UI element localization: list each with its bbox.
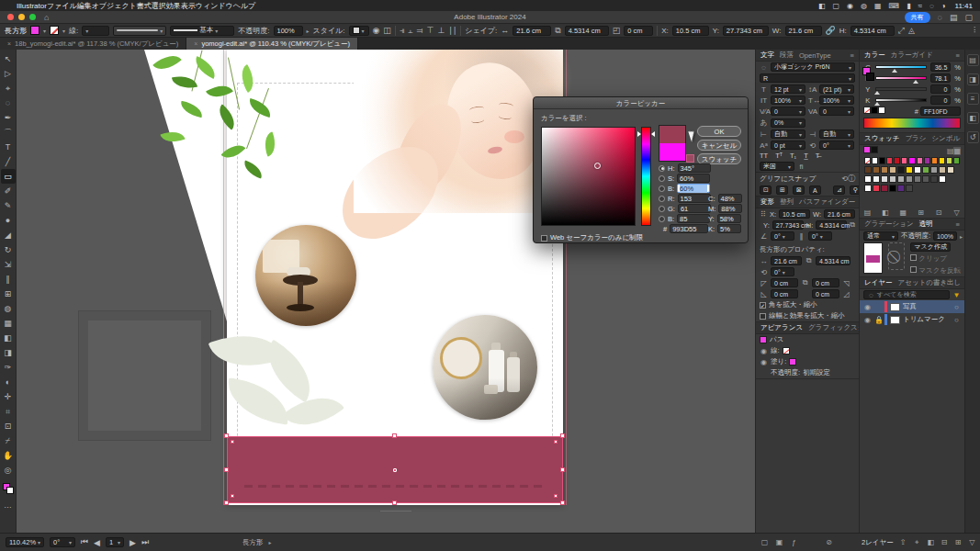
appearance-opacity-value[interactable]: 初期設定: [803, 368, 830, 377]
properties-panel-icon[interactable]: ◨: [967, 73, 979, 85]
status-flyout-icon[interactable]: ▸: [269, 539, 272, 545]
clear-appearance-icon[interactable]: ⊘: [825, 538, 833, 546]
swatch[interactable]: [930, 175, 938, 183]
shear-field[interactable]: 0°▾: [808, 231, 832, 241]
menu-item[interactable]: ヘルプ: [233, 2, 256, 10]
swatch[interactable]: [889, 175, 896, 183]
channel-value-field[interactable]: 0: [930, 84, 951, 94]
web-safe-checkbox[interactable]: [541, 235, 547, 242]
new-layer-icon[interactable]: ⊞: [954, 538, 963, 547]
rect-angle-field[interactable]: 0°▾: [771, 267, 794, 276]
swatch[interactable]: [873, 166, 880, 174]
share-button[interactable]: 共有: [905, 12, 930, 23]
channel-value-field[interactable]: 36.5: [930, 62, 951, 72]
invert-mask-checkbox[interactable]: [910, 266, 917, 273]
type-case-button[interactable]: T̲: [804, 152, 808, 160]
b-radio[interactable]: [659, 186, 665, 192]
blend-tool[interactable]: ◐: [1, 375, 16, 389]
tab-graphic-styles[interactable]: グラフィックスタイル: [808, 323, 859, 332]
r-radio[interactable]: [659, 196, 665, 202]
magic-wand-tool[interactable]: ⌖: [1, 81, 16, 96]
snap-xheight-icon[interactable]: ⊞: [776, 186, 788, 195]
dialog-title[interactable]: カラーピッカー: [534, 97, 748, 109]
rect-width-field[interactable]: 21.6 cm: [771, 256, 802, 265]
line-segment-tool[interactable]: ╱: [1, 154, 16, 169]
color-slider[interactable]: [875, 65, 927, 69]
transparency-opacity-field[interactable]: 100%: [933, 231, 957, 241]
pencil-tool[interactable]: ✎: [1, 198, 16, 213]
add-new-stroke-icon[interactable]: ▢: [760, 538, 769, 546]
swatch[interactable]: [889, 185, 896, 192]
new-swatch-icon[interactable]: ⊡: [935, 208, 943, 217]
swatch[interactable]: [939, 175, 946, 183]
corner-tl-field[interactable]: 0 cm: [771, 278, 798, 287]
fill-stroke-widget[interactable]: [3, 483, 14, 494]
recolor-artwork-icon[interactable]: ◉: [373, 26, 380, 35]
menu-item[interactable]: 選択: [152, 2, 166, 10]
rectangle-tool[interactable]: ▭: [1, 169, 16, 184]
baseline-shift-field[interactable]: 0 pt▾: [771, 141, 805, 150]
snap-angle-icon[interactable]: ⊿: [833, 186, 845, 195]
swatch[interactable]: [906, 185, 913, 192]
font-style-dropdown[interactable]: R▾: [760, 73, 855, 83]
first-artboard-icon[interactable]: ⏮: [81, 537, 88, 547]
app-dot-icon[interactable]: ◉: [847, 2, 853, 10]
layer-visibility-icon[interactable]: ◉: [863, 303, 872, 311]
swatch[interactable]: [947, 166, 954, 174]
ligature-icon[interactable]: ﬁ: [797, 163, 805, 171]
corner-radius-field[interactable]: 0 cm: [624, 26, 653, 36]
align-left-icon[interactable]: ⫣: [400, 26, 404, 36]
history-panel-icon[interactable]: ↺: [967, 131, 979, 143]
selection-handle[interactable]: [560, 467, 565, 472]
tab-character[interactable]: 文字: [760, 51, 774, 60]
width-profile-dropdown[interactable]: ▾: [113, 26, 166, 36]
char-rotation-field[interactable]: 0°▾: [819, 141, 854, 150]
swatch[interactable]: [914, 166, 921, 174]
snap-baseline-icon[interactable]: ⊡: [760, 186, 772, 195]
document-tab-inactive[interactable]: × 18b_yomogi-edit.ai* @ 117.38 % (CMYK/プ…: [0, 38, 186, 50]
swatch[interactable]: [930, 166, 938, 174]
mesh-tool[interactable]: ◧: [1, 331, 16, 345]
tracking-field[interactable]: 0▾: [819, 107, 854, 116]
keyboard-icon[interactable]: ⌨: [889, 2, 900, 10]
s-radio[interactable]: [659, 175, 665, 182]
panel-menu-icon[interactable]: ≡: [956, 220, 960, 229]
libraries-panel-icon[interactable]: ▤: [967, 54, 979, 66]
hand-tool[interactable]: ✋: [1, 448, 16, 463]
ok-button[interactable]: OK: [697, 126, 741, 137]
x-field[interactable]: 10.5 cm: [672, 26, 709, 36]
last-artboard-icon[interactable]: ⏭: [141, 537, 149, 547]
next-artboard-icon[interactable]: ▶: [130, 538, 136, 547]
fill-stroke-indicator[interactable]: [860, 62, 862, 106]
transform-icon[interactable]: ⤢: [898, 26, 905, 36]
rotation-dropdown[interactable]: 0°▾: [50, 537, 75, 547]
none-chip[interactable]: [863, 107, 871, 114]
curvature-tool[interactable]: ⌒: [1, 125, 16, 140]
clip-checkbox[interactable]: [910, 254, 917, 261]
font-size-field[interactable]: 12 pt▾: [771, 84, 805, 94]
scale-strokes-checkbox[interactable]: [760, 313, 766, 320]
panel-options-icon[interactable]: ⫶: [974, 26, 975, 36]
channel-value-field[interactable]: 78.1: [930, 73, 951, 83]
channel-value-field[interactable]: 0: [930, 96, 951, 105]
scale-corners-checkbox[interactable]: ✓: [760, 302, 766, 309]
selection-handle[interactable]: [392, 500, 397, 505]
slice-tool[interactable]: ⌿: [1, 433, 16, 448]
new-sublayer-icon[interactable]: ⊟: [941, 538, 949, 547]
swatch[interactable]: [931, 157, 938, 164]
aki-right-field[interactable]: 自動▾: [819, 129, 854, 139]
width-tool[interactable]: ∥: [1, 272, 16, 287]
font-search-icon[interactable]: ◌: [760, 63, 768, 72]
shape-height-field[interactable]: 4.5314 cm: [565, 26, 609, 36]
selection-handle[interactable]: [560, 500, 565, 505]
stroke-caret-icon[interactable]: ▾: [62, 28, 65, 34]
toolbar-edit-icon[interactable]: …: [1, 498, 16, 512]
selection-handle[interactable]: [560, 433, 565, 438]
add-effect-icon[interactable]: ƒ: [790, 538, 798, 546]
fill-caret-icon[interactable]: ▾: [43, 28, 46, 34]
b2-field[interactable]: 85: [677, 214, 710, 223]
h-radio[interactable]: [659, 165, 665, 172]
zoom-level-dropdown[interactable]: 110.42%▾: [6, 537, 44, 547]
tab-align[interactable]: 整列: [780, 197, 794, 207]
tab-swatches[interactable]: スウォッチ: [864, 134, 899, 143]
